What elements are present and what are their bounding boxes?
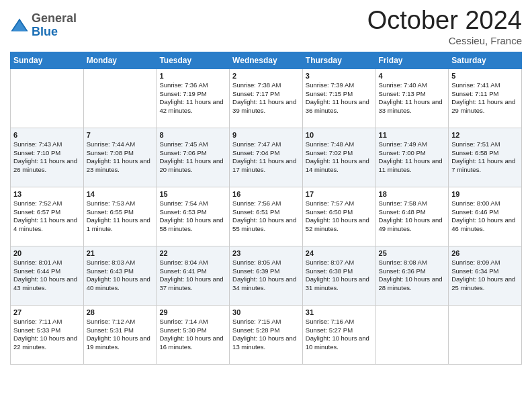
day-cell: 1Sunrise: 7:36 AMSunset: 7:19 PMDaylight… — [157, 68, 230, 128]
location: Cessieu, France — [367, 35, 522, 46]
col-thursday: Thursday — [302, 52, 375, 68]
day-info: Sunrise: 7:58 AMSunset: 6:48 PMDaylight:… — [379, 199, 446, 234]
day-cell: 5Sunrise: 7:41 AMSunset: 7:11 PMDaylight… — [449, 68, 522, 128]
day-cell: 20Sunrise: 8:01 AMSunset: 6:44 PMDayligh… — [11, 246, 84, 305]
logo-icon — [10, 16, 29, 35]
day-number: 18 — [379, 190, 446, 198]
day-info: Sunrise: 8:05 AMSunset: 6:39 PMDaylight:… — [232, 259, 300, 293]
day-number: 9 — [232, 131, 300, 139]
day-number: 26 — [451, 249, 519, 257]
day-cell: 15Sunrise: 7:54 AMSunset: 6:53 PMDayligh… — [157, 187, 230, 246]
day-cell — [375, 305, 449, 364]
day-number: 24 — [306, 249, 373, 257]
day-info: Sunrise: 7:53 AMSunset: 6:55 PMDaylight:… — [87, 199, 154, 234]
day-cell: 13Sunrise: 7:52 AMSunset: 6:57 PMDayligh… — [11, 187, 84, 246]
day-cell: 18Sunrise: 7:58 AMSunset: 6:48 PMDayligh… — [375, 187, 449, 246]
day-cell: 27Sunrise: 7:11 AMSunset: 5:33 PMDayligh… — [11, 305, 84, 364]
day-number: 2 — [232, 72, 300, 80]
header: General Blue October 2024 Cessieu, Franc… — [10, 7, 522, 46]
col-monday: Monday — [83, 52, 157, 68]
day-cell: 4Sunrise: 7:40 AMSunset: 7:13 PMDaylight… — [375, 68, 449, 128]
month-title: October 2024 — [367, 7, 522, 35]
day-info: Sunrise: 7:11 AMSunset: 5:33 PMDaylight:… — [13, 318, 81, 352]
day-info: Sunrise: 7:51 AMSunset: 6:58 PMDaylight:… — [451, 140, 519, 175]
day-number: 12 — [451, 131, 519, 139]
day-number: 30 — [232, 308, 300, 316]
col-sunday: Sunday — [11, 52, 84, 68]
day-info: Sunrise: 7:15 AMSunset: 5:28 PMDaylight:… — [232, 318, 300, 352]
day-info: Sunrise: 7:47 AMSunset: 7:04 PMDaylight:… — [232, 140, 300, 175]
day-info: Sunrise: 8:04 AMSunset: 6:41 PMDaylight:… — [159, 259, 226, 293]
day-cell: 21Sunrise: 8:03 AMSunset: 6:43 PMDayligh… — [83, 246, 157, 305]
header-row: Sunday Monday Tuesday Wednesday Thursday… — [11, 52, 522, 68]
day-cell: 3Sunrise: 7:39 AMSunset: 7:15 PMDaylight… — [302, 68, 375, 128]
day-number: 3 — [306, 72, 373, 80]
day-info: Sunrise: 7:54 AMSunset: 6:53 PMDaylight:… — [159, 199, 226, 234]
day-cell: 23Sunrise: 8:05 AMSunset: 6:39 PMDayligh… — [230, 246, 303, 305]
day-info: Sunrise: 7:44 AMSunset: 7:08 PMDaylight:… — [87, 140, 154, 175]
title-block: October 2024 Cessieu, France — [367, 7, 522, 46]
week-row-5: 27Sunrise: 7:11 AMSunset: 5:33 PMDayligh… — [11, 305, 522, 364]
day-number: 6 — [13, 131, 81, 139]
calendar-table: Sunday Monday Tuesday Wednesday Thursday… — [10, 52, 522, 365]
day-number: 19 — [451, 190, 519, 198]
logo: General Blue — [10, 12, 77, 39]
day-number: 15 — [159, 190, 226, 198]
day-info: Sunrise: 8:07 AMSunset: 6:38 PMDaylight:… — [306, 259, 373, 293]
day-cell: 19Sunrise: 8:00 AMSunset: 6:46 PMDayligh… — [449, 187, 522, 246]
day-info: Sunrise: 7:38 AMSunset: 7:17 PMDaylight:… — [232, 81, 300, 116]
day-number: 16 — [232, 190, 300, 198]
calendar-container: General Blue October 2024 Cessieu, Franc… — [0, 0, 532, 375]
day-info: Sunrise: 8:00 AMSunset: 6:46 PMDaylight:… — [451, 199, 519, 234]
day-cell: 28Sunrise: 7:12 AMSunset: 5:31 PMDayligh… — [83, 305, 157, 364]
day-number: 5 — [451, 72, 519, 80]
day-cell: 7Sunrise: 7:44 AMSunset: 7:08 PMDaylight… — [83, 128, 157, 187]
day-number: 8 — [159, 131, 226, 139]
day-cell — [449, 305, 522, 364]
col-wednesday: Wednesday — [230, 52, 303, 68]
day-cell: 17Sunrise: 7:57 AMSunset: 6:50 PMDayligh… — [302, 187, 375, 246]
day-info: Sunrise: 8:01 AMSunset: 6:44 PMDaylight:… — [13, 259, 81, 293]
day-info: Sunrise: 7:48 AMSunset: 7:02 PMDaylight:… — [306, 140, 373, 175]
day-cell: 12Sunrise: 7:51 AMSunset: 6:58 PMDayligh… — [449, 128, 522, 187]
logo-text: General Blue — [32, 12, 77, 39]
day-number: 13 — [13, 190, 81, 198]
day-info: Sunrise: 7:57 AMSunset: 6:50 PMDaylight:… — [306, 199, 373, 234]
day-info: Sunrise: 8:03 AMSunset: 6:43 PMDaylight:… — [87, 259, 154, 293]
day-number: 28 — [87, 308, 154, 316]
day-number: 20 — [13, 249, 81, 257]
day-cell: 6Sunrise: 7:43 AMSunset: 7:10 PMDaylight… — [11, 128, 84, 187]
day-info: Sunrise: 7:52 AMSunset: 6:57 PMDaylight:… — [13, 199, 81, 234]
day-info: Sunrise: 8:09 AMSunset: 6:34 PMDaylight:… — [451, 259, 519, 293]
day-cell: 11Sunrise: 7:49 AMSunset: 7:00 PMDayligh… — [375, 128, 449, 187]
day-cell: 10Sunrise: 7:48 AMSunset: 7:02 PMDayligh… — [302, 128, 375, 187]
day-cell: 2Sunrise: 7:38 AMSunset: 7:17 PMDaylight… — [230, 68, 303, 128]
day-cell: 9Sunrise: 7:47 AMSunset: 7:04 PMDaylight… — [230, 128, 303, 187]
day-number: 22 — [159, 249, 226, 257]
day-info: Sunrise: 7:49 AMSunset: 7:00 PMDaylight:… — [379, 140, 446, 175]
day-cell: 30Sunrise: 7:15 AMSunset: 5:28 PMDayligh… — [230, 305, 303, 364]
col-tuesday: Tuesday — [157, 52, 230, 68]
day-cell: 26Sunrise: 8:09 AMSunset: 6:34 PMDayligh… — [449, 246, 522, 305]
day-number: 29 — [159, 308, 226, 316]
day-number: 10 — [306, 131, 373, 139]
day-number: 21 — [87, 249, 154, 257]
day-number: 27 — [13, 308, 81, 316]
day-cell: 22Sunrise: 8:04 AMSunset: 6:41 PMDayligh… — [157, 246, 230, 305]
day-info: Sunrise: 7:43 AMSunset: 7:10 PMDaylight:… — [13, 140, 81, 175]
day-info: Sunrise: 7:12 AMSunset: 5:31 PMDaylight:… — [87, 318, 154, 352]
day-info: Sunrise: 7:45 AMSunset: 7:06 PMDaylight:… — [159, 140, 226, 175]
col-saturday: Saturday — [449, 52, 522, 68]
day-info: Sunrise: 7:39 AMSunset: 7:15 PMDaylight:… — [306, 81, 373, 116]
day-cell: 24Sunrise: 8:07 AMSunset: 6:38 PMDayligh… — [302, 246, 375, 305]
day-number: 31 — [306, 308, 373, 316]
col-friday: Friday — [375, 52, 449, 68]
day-info: Sunrise: 7:16 AMSunset: 5:27 PMDaylight:… — [306, 318, 373, 352]
day-cell: 29Sunrise: 7:14 AMSunset: 5:30 PMDayligh… — [157, 305, 230, 364]
day-number: 4 — [379, 72, 446, 80]
week-row-1: 1Sunrise: 7:36 AMSunset: 7:19 PMDaylight… — [11, 68, 522, 128]
day-cell: 8Sunrise: 7:45 AMSunset: 7:06 PMDaylight… — [157, 128, 230, 187]
logo-blue: Blue — [32, 26, 77, 39]
day-number: 25 — [379, 249, 446, 257]
day-info: Sunrise: 7:14 AMSunset: 5:30 PMDaylight:… — [159, 318, 226, 352]
